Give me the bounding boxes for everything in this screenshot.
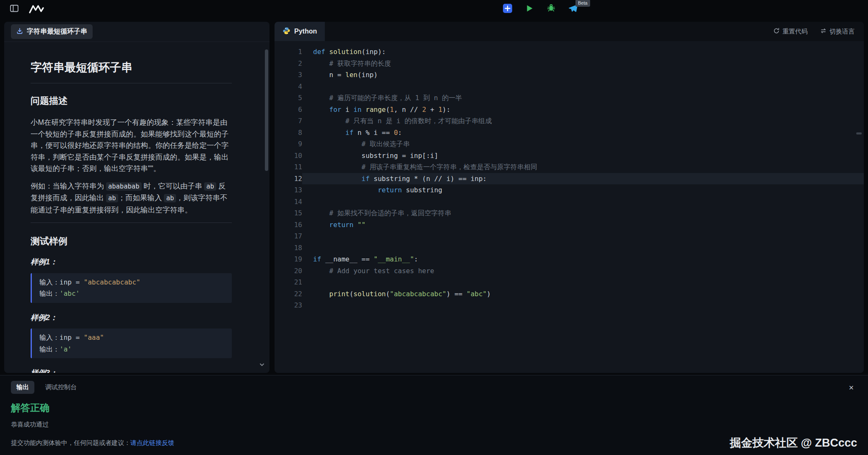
section-divider xyxy=(31,222,232,223)
line-number: 21 xyxy=(275,277,302,288)
tab-debug-console[interactable]: 调试控制台 xyxy=(45,383,77,391)
code-line[interactable]: 20 # Add your test cases here xyxy=(275,265,864,277)
problem-badge[interactable]: 字符串最短循环子串 xyxy=(11,24,93,39)
bug-icon xyxy=(547,4,556,15)
line-number: 12 xyxy=(275,173,302,185)
code-line[interactable]: 2 # 获取字符串的长度 xyxy=(275,58,864,70)
line-number: 6 xyxy=(275,104,302,116)
line-number: 18 xyxy=(275,242,302,254)
output-footer: 提交功能内测体验中，任何问题或者建议：请点此链接反馈 掘金技术社区 @ ZBCc… xyxy=(11,435,857,450)
editor-actions: 重置代码 切换语言 xyxy=(773,28,855,36)
problem-icon xyxy=(16,28,23,36)
code-line[interactable]: 22 print(solution("abcabcabcabc") == "ab… xyxy=(275,288,864,300)
line-number: 1 xyxy=(275,46,302,58)
reset-code-button[interactable]: 重置代码 xyxy=(773,28,808,36)
code-line[interactable]: 1def solution(inp): xyxy=(275,46,864,58)
close-panel-button[interactable]: × xyxy=(845,382,857,393)
text-segment: 例如：当输入字符串为 xyxy=(31,182,106,190)
code-line[interactable]: 13 return substring xyxy=(275,184,864,196)
code-line[interactable]: 10 substring = inp[:i] xyxy=(275,150,864,162)
reset-code-label: 重置代码 xyxy=(782,28,808,36)
debug-button[interactable] xyxy=(546,4,557,15)
line-number: 16 xyxy=(275,219,302,231)
sample-code-line: 输出：'a' xyxy=(39,344,224,355)
editor-scrollbar-thumb[interactable] xyxy=(856,132,862,134)
code-line[interactable]: 12 if substring * (n // i) == inp: xyxy=(275,173,864,185)
switch-language-label: 切换语言 xyxy=(829,28,855,36)
sample-1-label: 样例1： xyxy=(31,256,232,268)
code-line[interactable]: 14 xyxy=(275,196,864,208)
inline-code: ab xyxy=(106,194,118,202)
problem-panel: 字符串最短循环子串 字符串最短循环子串 问题描述 小M在研究字符串时发现了一个有… xyxy=(4,22,269,373)
line-number: 14 xyxy=(275,196,302,208)
feedback-link[interactable]: 请点此链接反馈 xyxy=(130,439,174,446)
line-number: 10 xyxy=(275,150,302,162)
output-tabs: 输出 调试控制台 × xyxy=(11,381,857,394)
line-number: 2 xyxy=(275,58,302,70)
line-number: 15 xyxy=(275,207,302,219)
line-number: 13 xyxy=(275,184,302,196)
code-line[interactable]: 8 if n % i == 0: xyxy=(275,127,864,139)
problem-panel-header: 字符串最短循环子串 xyxy=(4,22,269,42)
beta-badge: Beta xyxy=(575,0,590,7)
text-segment: ；而如果输入 xyxy=(118,194,164,202)
play-icon xyxy=(525,4,534,15)
inline-code: abababab xyxy=(106,182,142,191)
code-line[interactable]: 18 xyxy=(275,242,864,254)
switch-icon xyxy=(820,28,827,35)
result-subtitle: 恭喜成功通过 xyxy=(11,421,857,429)
problem-paragraph-2: 例如：当输入字符串为 abababab 时，它可以由子串 ab 反复拼接而成，因… xyxy=(31,181,232,216)
code-line[interactable]: 15 # 如果找不到合适的子串，返回空字符串 xyxy=(275,207,864,219)
problem-scrollbar-thumb[interactable] xyxy=(265,49,268,171)
code-line[interactable]: 6 for i in range(1, n // 2 + 1): xyxy=(275,104,864,116)
line-number: 19 xyxy=(275,253,302,265)
line-number: 8 xyxy=(275,127,302,139)
problem-paragraph-1: 小M在研究字符串时发现了一个有趣的现象：某些字符串是由一个较短的子串反复拼接而成… xyxy=(31,117,232,175)
inline-code: ab xyxy=(164,194,176,202)
sample-code-line: 输出：'abc' xyxy=(39,288,224,300)
code-line[interactable]: 17 xyxy=(275,230,864,242)
tab-python[interactable]: Python xyxy=(275,22,325,41)
output-panel: 输出 调试控制台 × 解答正确 恭喜成功通过 提交功能内测体验中，任何问题或者建… xyxy=(0,375,868,455)
run-button[interactable] xyxy=(524,4,535,15)
marscode-logo xyxy=(29,5,44,14)
code-line[interactable]: 11 # 用该子串重复构造一个字符串，检查是否与原字符串相同 xyxy=(275,161,864,173)
sidebar-toggle-button[interactable] xyxy=(8,3,20,15)
description-heading: 问题描述 xyxy=(31,95,232,107)
samples-heading: 测试样例 xyxy=(31,235,232,247)
inline-code: ab xyxy=(204,182,216,191)
tab-output[interactable]: 输出 xyxy=(11,381,34,394)
code-line[interactable]: 4 xyxy=(275,81,864,93)
code-line[interactable]: 7 # 只有当 n 是 i 的倍数时，才可能由子串组成 xyxy=(275,115,864,127)
main-area: 字符串最短循环子串 字符串最短循环子串 问题描述 小M在研究字符串时发现了一个有… xyxy=(0,18,868,373)
code-line[interactable]: 3 n = len(inp) xyxy=(275,69,864,81)
add-icon xyxy=(503,3,513,15)
python-icon xyxy=(282,27,290,36)
code-line[interactable]: 21 xyxy=(275,277,864,288)
code-line[interactable]: 9 # 取出候选子串 xyxy=(275,138,864,150)
line-number: 3 xyxy=(275,69,302,81)
result-title: 解答正确 xyxy=(11,401,857,414)
chevron-down-icon xyxy=(259,361,265,370)
scroll-down-button[interactable] xyxy=(259,361,265,370)
editor-code: 1def solution(inp):2 # 获取字符串的长度3 n = len… xyxy=(275,46,864,311)
editor-body[interactable]: 1def solution(inp):2 # 获取字符串的长度3 n = len… xyxy=(275,41,864,373)
sample-code-line: 输入：inp = "aaa" xyxy=(39,332,224,344)
code-line[interactable]: 19if __name__ == "__main__": xyxy=(275,253,864,265)
sample-3-label: 样例3： xyxy=(31,367,232,373)
code-line[interactable]: 23 xyxy=(275,300,864,311)
topbar: Beta xyxy=(0,0,868,18)
feedback-label: 提交功能内测体验中，任何问题或者建议： xyxy=(11,439,130,446)
reset-icon xyxy=(773,28,780,35)
line-number: 22 xyxy=(275,288,302,300)
code-line[interactable]: 5 # 遍历可能的子串长度，从 1 到 n 的一半 xyxy=(275,92,864,104)
switch-language-button[interactable]: 切换语言 xyxy=(820,28,855,36)
sample-2-block: 输入：inp = "aaa"输出：'a' xyxy=(31,328,232,358)
sample-code-line: 输入：inp = "abcabcabcabc" xyxy=(39,277,224,288)
code-line[interactable]: 16 return "" xyxy=(275,219,864,231)
add-button[interactable] xyxy=(502,4,513,15)
editor-tabbar: Python 重置代码 切换语言 xyxy=(275,22,864,41)
line-number: 5 xyxy=(275,92,302,104)
line-number: 7 xyxy=(275,115,302,127)
line-number: 17 xyxy=(275,230,302,242)
